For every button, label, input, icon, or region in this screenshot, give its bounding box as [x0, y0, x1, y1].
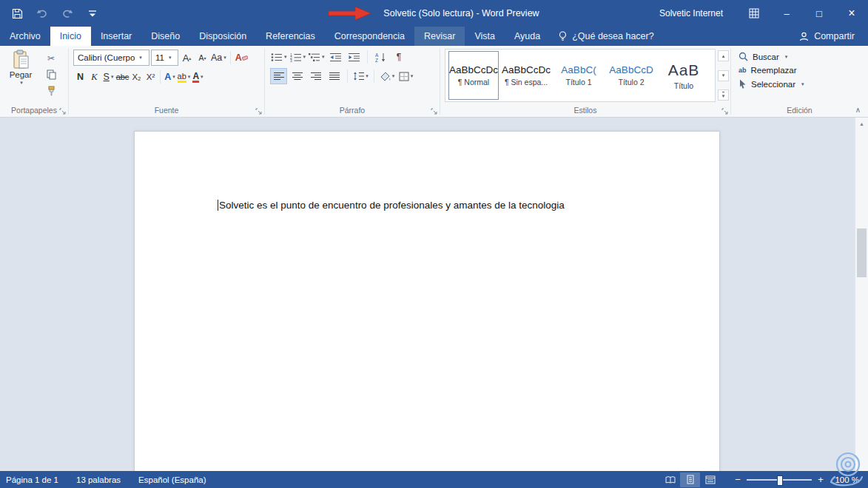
copy-icon[interactable]: [43, 68, 59, 81]
account-name[interactable]: Solvetic Internet: [645, 8, 738, 18]
decrease-indent-button[interactable]: [328, 50, 343, 64]
show-marks-button[interactable]: ¶: [391, 50, 407, 64]
maximize-button[interactable]: □: [803, 0, 835, 27]
tab-archivo[interactable]: Archivo: [0, 27, 50, 46]
zoom-slider[interactable]: [747, 472, 812, 487]
select-button[interactable]: Seleccionar ▾: [739, 79, 804, 89]
language-status[interactable]: Español (España): [129, 475, 215, 484]
styles-group: AaBbCcDc ¶ Normal AaBbCcDc ¶ Sin espa...…: [440, 46, 730, 117]
font-dialog-launcher[interactable]: [255, 108, 262, 115]
share-button[interactable]: Compartir: [786, 27, 868, 46]
web-layout-icon: [705, 475, 716, 484]
tab-insertar[interactable]: Insertar: [91, 27, 141, 46]
increase-indent-button[interactable]: [346, 50, 362, 64]
scrollbar-thumb[interactable]: [857, 228, 867, 277]
sort-button[interactable]: AZ: [373, 50, 388, 64]
redo-icon[interactable]: [61, 7, 74, 20]
word-count[interactable]: 13 palabras: [67, 475, 129, 484]
styles-scroll-down-icon[interactable]: ▾: [718, 70, 729, 81]
document-page[interactable]: Solvetic es el punto de encuentro de pro…: [134, 131, 720, 471]
justify-button[interactable]: [326, 69, 342, 84]
cursor-icon: [739, 79, 747, 89]
font-size-combobox[interactable]: 11 ▾: [151, 50, 178, 66]
style-heading2[interactable]: AaBbCcD Título 2: [607, 52, 656, 99]
align-right-button[interactable]: [308, 69, 323, 84]
clipboard-dialog-launcher[interactable]: [59, 108, 66, 115]
scroll-up-icon[interactable]: ▲: [855, 118, 868, 129]
style-no-spacing[interactable]: AaBbCcDc ¶ Sin espa...: [502, 52, 551, 99]
font-family-dropdown-icon: ▾: [137, 55, 144, 61]
multilevel-list-button[interactable]: ▾: [309, 50, 325, 64]
tab-disposicion[interactable]: Disposición: [189, 27, 256, 46]
tab-revisar[interactable]: Revisar: [414, 27, 465, 46]
grow-font-button[interactable]: A▴: [180, 50, 194, 65]
tab-vista[interactable]: Vista: [465, 27, 505, 46]
print-layout-button[interactable]: [680, 472, 700, 487]
style-heading1[interactable]: AaBbC( Título 1: [554, 52, 603, 99]
zoom-thumb[interactable]: [777, 475, 783, 486]
italic-button[interactable]: K: [87, 70, 101, 84]
styles-dialog-launcher[interactable]: [721, 108, 728, 115]
replace-button[interactable]: ab Reemplazar: [739, 66, 804, 75]
font-group: Calibri (Cuerpo ▾ 11 ▾ A▴ A▾ Aa▾ A: [69, 46, 264, 117]
web-layout-button[interactable]: [700, 472, 720, 487]
snail-doodle-annotation: [827, 445, 866, 488]
minimize-button[interactable]: –: [770, 0, 803, 27]
line-spacing-button[interactable]: ▾: [353, 69, 369, 84]
align-left-button[interactable]: [271, 69, 286, 84]
clear-formatting-button[interactable]: A: [235, 50, 249, 65]
style-normal[interactable]: AaBbCcDc ¶ Normal: [449, 52, 498, 99]
format-painter-icon[interactable]: [43, 84, 59, 98]
tab-referencias[interactable]: Referencias: [256, 27, 325, 46]
undo-icon[interactable]: [36, 7, 49, 20]
align-center-button[interactable]: [289, 69, 305, 84]
tab-diseno[interactable]: Diseño: [141, 27, 189, 46]
window-title: Solvetic (Solo lectura) - Word Preview: [383, 8, 539, 18]
highlight-color-button[interactable]: ab▾: [177, 70, 191, 84]
subscript-button[interactable]: X₂: [129, 70, 144, 84]
paragraph-group: ▾ 123 ▾ ▾: [265, 46, 440, 117]
paste-button[interactable]: Pegar ▾: [0, 46, 41, 104]
person-icon: [799, 32, 809, 41]
save-icon[interactable]: [10, 7, 24, 20]
styles-scroll-up-icon[interactable]: ▴: [718, 50, 729, 61]
tab-correspondencia[interactable]: Correspondencia: [325, 27, 414, 46]
tell-me-box[interactable]: ¿Qué desea hacer?: [550, 27, 663, 46]
page-count[interactable]: Página 1 de 1: [0, 475, 67, 484]
zoom-in-button[interactable]: +: [813, 472, 828, 487]
shrink-font-button[interactable]: A▾: [195, 50, 209, 65]
font-family-combobox[interactable]: Calibri (Cuerpo ▾: [73, 50, 149, 66]
read-mode-button[interactable]: [660, 472, 680, 487]
text-effects-button[interactable]: A▾: [163, 70, 177, 84]
change-case-button[interactable]: Aa▾: [211, 50, 226, 65]
shading-button[interactable]: ▾: [380, 69, 395, 84]
styles-more-icon[interactable]: ▾: [718, 89, 729, 101]
clipboard-group-label: Portapapeles: [11, 106, 57, 115]
cut-icon[interactable]: ✂: [43, 52, 59, 65]
strikethrough-button[interactable]: abc: [115, 70, 129, 84]
bold-button[interactable]: N: [73, 70, 87, 84]
paragraph-dialog-launcher[interactable]: [431, 108, 437, 115]
document-paragraph: Solvetic es el punto de encuentro de pro…: [135, 132, 719, 211]
underline-button[interactable]: S▾: [101, 70, 115, 84]
borders-button[interactable]: ▾: [398, 69, 414, 84]
clipboard-group: Pegar ▾ ✂ Portapapeles: [0, 46, 68, 117]
tab-ayuda[interactable]: Ayuda: [505, 27, 550, 46]
replace-label: Reemplazar: [751, 66, 797, 75]
style-title[interactable]: AaB Título: [659, 52, 708, 99]
tab-inicio[interactable]: Inicio: [50, 27, 91, 46]
ribbon-display-options-icon[interactable]: [738, 0, 770, 27]
numbering-button[interactable]: 123 ▾: [290, 50, 306, 64]
customize-quick-access-icon[interactable]: [86, 7, 99, 20]
font-color-button[interactable]: A▾: [191, 70, 205, 84]
font-size-dropdown-icon: ▾: [166, 55, 174, 61]
collapse-ribbon-icon[interactable]: ∧: [855, 106, 861, 114]
superscript-button[interactable]: X²: [144, 70, 158, 84]
bullets-button[interactable]: ▾: [271, 50, 287, 64]
close-button[interactable]: ×: [835, 0, 868, 27]
select-label: Seleccionar: [751, 80, 795, 89]
zoom-out-button[interactable]: −: [730, 472, 745, 487]
replace-icon: ab: [739, 67, 747, 74]
vertical-scrollbar[interactable]: ▲: [855, 118, 868, 471]
find-button[interactable]: Buscar ▾: [739, 52, 804, 61]
